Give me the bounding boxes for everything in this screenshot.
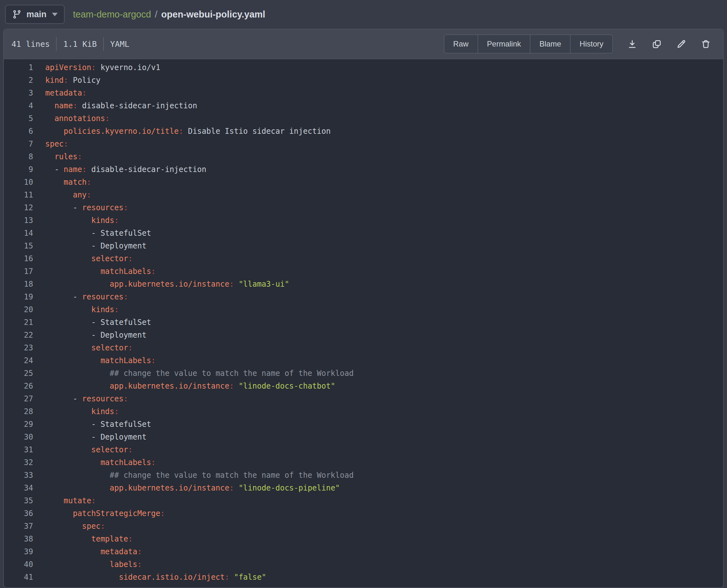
code-text: matchLabels:: [33, 265, 156, 278]
line-number[interactable]: 23: [4, 341, 33, 354]
file-icon-actions: [627, 39, 711, 49]
line-number[interactable]: 37: [4, 520, 33, 532]
line-number[interactable]: 39: [4, 545, 33, 558]
code-line: 20 kinds:: [4, 303, 723, 316]
breadcrumb-separator: /: [155, 9, 158, 20]
line-number[interactable]: 14: [4, 227, 33, 239]
code-text: labels:: [33, 558, 142, 571]
code-line: 34 app.kubernetes.io/instance: "linode-d…: [4, 482, 723, 495]
code-text: kinds:: [33, 214, 119, 227]
copy-button[interactable]: [651, 39, 662, 49]
line-number[interactable]: 5: [4, 112, 33, 125]
code-line: 8 rules:: [4, 150, 723, 163]
file-name: open-webui-policy.yaml: [161, 9, 265, 20]
line-number[interactable]: 33: [4, 469, 33, 482]
code-text: match:: [33, 176, 91, 189]
code-text: template:: [33, 532, 133, 545]
line-number[interactable]: 2: [4, 74, 33, 87]
code-line: 21 - StatefulSet: [4, 316, 723, 329]
code-line: 31 selector:: [4, 443, 723, 456]
copy-icon: [651, 39, 662, 49]
raw-button[interactable]: Raw: [444, 35, 478, 53]
code-line: 26 app.kubernetes.io/instance: "linode-d…: [4, 380, 723, 393]
line-number[interactable]: 31: [4, 443, 33, 456]
code-text: spec:: [33, 138, 68, 150]
line-number[interactable]: 4: [4, 99, 33, 112]
line-number[interactable]: 34: [4, 482, 33, 495]
line-number[interactable]: 30: [4, 430, 33, 443]
line-number[interactable]: 7: [4, 138, 33, 150]
line-number[interactable]: 1: [4, 61, 33, 74]
code-line: 39 metadata:: [4, 545, 723, 558]
line-number[interactable]: 28: [4, 405, 33, 418]
history-button[interactable]: History: [570, 35, 612, 53]
line-number[interactable]: 13: [4, 214, 33, 227]
code-line: 32 matchLabels:: [4, 456, 723, 469]
line-number[interactable]: 40: [4, 558, 33, 571]
delete-button[interactable]: [701, 39, 711, 49]
line-number[interactable]: 11: [4, 189, 33, 201]
chevron-down-icon: [52, 13, 58, 16]
line-number[interactable]: 22: [4, 329, 33, 341]
code-line: 40 labels:: [4, 558, 723, 571]
line-number[interactable]: 15: [4, 239, 33, 252]
trash-icon: [701, 39, 711, 49]
code-line: 19 - resources:: [4, 291, 723, 303]
code-text: spec:: [33, 520, 105, 532]
line-number[interactable]: 25: [4, 367, 33, 380]
code-line: 35 mutate:: [4, 495, 723, 507]
line-number[interactable]: 16: [4, 252, 33, 265]
line-number[interactable]: 12: [4, 201, 33, 214]
code-text: - Deployment: [33, 430, 147, 443]
line-number[interactable]: 26: [4, 380, 33, 393]
code-line: 10 match:: [4, 176, 723, 189]
edit-button[interactable]: [676, 39, 687, 49]
code-line: 4 name: disable-sidecar-injection: [4, 99, 723, 112]
permalink-button[interactable]: Permalink: [478, 35, 530, 53]
code-line: 11 any:: [4, 189, 723, 201]
line-number[interactable]: 35: [4, 495, 33, 507]
line-number[interactable]: 19: [4, 291, 33, 303]
download-button[interactable]: [627, 39, 638, 49]
code-line: 1apiVersion: kyverno.io/v1: [4, 61, 723, 74]
code-text: - name: disable-sidecar-injection: [33, 163, 206, 176]
line-number[interactable]: 8: [4, 150, 33, 163]
line-number[interactable]: 3: [4, 87, 33, 99]
code-text: ## change the value to match the name of…: [33, 367, 354, 380]
file-header-toolbar: 41 lines 1.1 KiB YAML Raw Permalink Blam…: [4, 29, 723, 59]
line-number[interactable]: 9: [4, 163, 33, 176]
code-line: 24 matchLabels:: [4, 354, 723, 367]
code-text: apiVersion: kyverno.io/v1: [33, 61, 160, 74]
code-text: - StatefulSet: [33, 316, 151, 329]
line-number[interactable]: 21: [4, 316, 33, 329]
line-number[interactable]: 24: [4, 354, 33, 367]
code-line: 9 - name: disable-sidecar-injection: [4, 163, 723, 176]
code-view: 1apiVersion: kyverno.io/v12kind: Policy3…: [4, 59, 723, 587]
code-line: 3metadata:: [4, 87, 723, 99]
code-line: 16 selector:: [4, 252, 723, 265]
branch-selector-button[interactable]: main: [5, 5, 65, 24]
line-number[interactable]: 10: [4, 176, 33, 189]
blame-button[interactable]: Blame: [530, 35, 570, 53]
code-line: 14 - StatefulSet: [4, 227, 723, 239]
code-text: - Deployment: [33, 329, 147, 341]
code-text: selector:: [33, 252, 133, 265]
line-number[interactable]: 6: [4, 125, 33, 138]
code-line: 36 patchStrategicMerge:: [4, 507, 723, 520]
code-text: mutate:: [33, 495, 96, 507]
code-text: policies.kyverno.io/title: Disable Istio…: [33, 125, 331, 138]
line-number[interactable]: 38: [4, 532, 33, 545]
line-number[interactable]: 20: [4, 303, 33, 316]
line-number[interactable]: 41: [4, 571, 33, 584]
line-number[interactable]: 32: [4, 456, 33, 469]
code-line: 6 policies.kyverno.io/title: Disable Ist…: [4, 125, 723, 138]
line-number[interactable]: 29: [4, 418, 33, 430]
line-number[interactable]: 17: [4, 265, 33, 278]
branch-name: main: [26, 9, 46, 19]
line-number[interactable]: 36: [4, 507, 33, 520]
line-number[interactable]: 18: [4, 278, 33, 291]
code-line: 41 sidecar.istio.io/inject: "false": [4, 571, 723, 584]
line-number[interactable]: 27: [4, 393, 33, 405]
code-text: kind: Policy: [33, 74, 100, 87]
repo-link[interactable]: team-demo-argocd: [73, 9, 151, 20]
